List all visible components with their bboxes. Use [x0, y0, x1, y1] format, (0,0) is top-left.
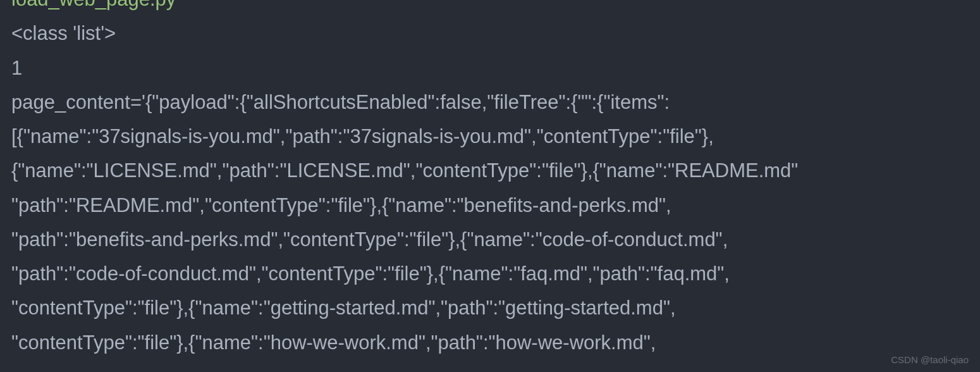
script-filename: load_web_page.py — [11, 0, 969, 16]
output-count-line: 1 — [11, 51, 969, 85]
output-type-line: <class 'list'> — [11, 16, 969, 51]
page-content-output: page_content='{"payload":{"allShortcutsE… — [11, 85, 969, 360]
watermark-text: CSDN @taoli-qiao — [891, 352, 969, 368]
